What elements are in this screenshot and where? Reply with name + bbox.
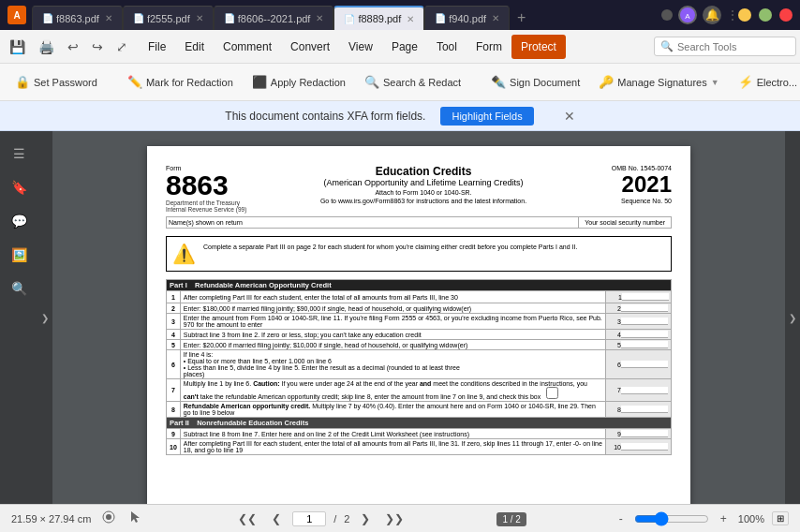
page-number-input[interactable] (292, 511, 326, 526)
menu-view[interactable]: View (339, 35, 382, 59)
row4-input[interactable] (621, 331, 668, 338)
form-number: 8863 (166, 171, 259, 200)
toolbar-btn-label: Electro... (757, 77, 797, 88)
tab-close-f2555[interactable]: ✕ (196, 13, 203, 23)
menu-file[interactable]: File (139, 35, 175, 59)
fit-page-button[interactable]: ⊞ (772, 511, 789, 525)
right-panel-expand-button[interactable]: ❯ (785, 131, 800, 504)
new-tab-button[interactable]: + (510, 6, 533, 30)
svg-marker-6 (131, 511, 140, 523)
row10-input[interactable] (621, 443, 668, 451)
tab-close-f940[interactable]: ✕ (492, 13, 499, 23)
notif-close-button[interactable]: ✕ (564, 109, 575, 124)
tab-f940[interactable]: 📄 f940.pdf ✕ (424, 6, 510, 30)
toolbar-btn-label: Mark for Redaction (146, 77, 233, 88)
table-row: 8 Refundable American opportunity credit… (167, 402, 672, 418)
status-bar: 21.59 × 27.94 cm ❮❮ ❮ / 2 ❯ ❯❯ 1 / 2 - +… (0, 504, 800, 532)
zoom-out-button[interactable]: - (615, 510, 627, 527)
left-panel-collapse-button[interactable]: ❯ (37, 131, 52, 504)
menu-tool[interactable]: Tool (427, 35, 467, 59)
omb-text: OMB No. 1545-0074 (587, 165, 672, 171)
undo-action-button[interactable]: ↩ (62, 36, 84, 58)
title-bar: A 📄 f8863.pdf ✕ 📄 f2555.pdf ✕ 📄 f8606--2… (0, 0, 800, 30)
prev-page-button[interactable]: ❮ (268, 510, 285, 527)
redo-action-button[interactable]: ↪ (86, 36, 109, 58)
save-action-button[interactable]: 💾 (4, 36, 31, 58)
row-num: 4 (167, 330, 181, 340)
row6-input[interactable] (621, 361, 668, 368)
select-tool-button[interactable] (126, 509, 145, 528)
expand-action-button[interactable]: ⤢ (111, 36, 133, 58)
tab-f8606[interactable]: 📄 f8606--2021.pdf ✕ (214, 6, 334, 30)
svg-text:A: A (13, 10, 20, 21)
document-area[interactable]: Form 8863 Department of the Treasury Int… (52, 131, 785, 504)
profile-icon[interactable]: A (678, 6, 697, 24)
tab-f8889[interactable]: 📄 f8889.pdf ✕ (333, 6, 424, 30)
row-num: 3 (167, 314, 181, 330)
set-password-button[interactable]: 🔒 Set Password (7, 71, 105, 93)
toolbar-btn-label: Sign Document (510, 77, 580, 88)
zoom-slider[interactable] (634, 511, 709, 526)
highlight-fields-button[interactable]: Highlight Fields (440, 107, 533, 126)
scroll-left-btn[interactable] (661, 9, 673, 21)
row-text: Subtract line 3 from line 2. If zero or … (180, 330, 605, 340)
menu-comment[interactable]: Comment (214, 35, 281, 59)
search-redact-button[interactable]: 🔍 Search & Redact (357, 71, 468, 93)
search-redact-icon: 🔍 (364, 75, 379, 89)
row7-checkbox[interactable] (546, 387, 558, 399)
print-action-button[interactable]: 🖨️ (33, 36, 60, 58)
menu-form[interactable]: Form (467, 35, 511, 59)
search-area: 🔍 (654, 37, 796, 56)
row7-input[interactable] (621, 387, 668, 394)
panel-menu-icon[interactable]: ☰ (4, 139, 34, 169)
electro-button[interactable]: ⚡ Electro... (731, 71, 800, 93)
tab-close-f8606[interactable]: ✕ (316, 13, 323, 23)
tab-label: f8863.pdf (56, 13, 99, 24)
panel-search-icon[interactable]: 🔍 (4, 273, 34, 303)
panel-thumbnail-icon[interactable]: 🖼️ (4, 240, 34, 270)
minimize-button[interactable] (738, 8, 751, 22)
more-options-icon[interactable]: ⋮ (727, 8, 738, 22)
sign-document-button[interactable]: ✒️ Sign Document (483, 71, 587, 93)
toolbar-btn-label: Search & Redact (383, 77, 461, 88)
search-input[interactable] (677, 41, 790, 52)
table-row: 3 Enter the amount from Form 1040 or 104… (167, 314, 672, 330)
zoom-level-text: 100% (738, 513, 764, 525)
manage-signatures-button[interactable]: 🔑 Manage Signatures ▼ (591, 71, 726, 93)
tab-icon-pdf: 📄 (42, 13, 53, 23)
last-page-button[interactable]: ❯❯ (381, 510, 407, 527)
tab-icon-pdf: 📄 (133, 13, 144, 23)
menu-edit[interactable]: Edit (175, 35, 214, 59)
row8-input[interactable] (621, 406, 668, 413)
tab-close-f8889[interactable]: ✕ (407, 14, 414, 24)
table-row: 9 Subtract line 8 from line 7. Enter her… (167, 429, 672, 439)
row5-input[interactable] (621, 341, 668, 348)
tab-f8863[interactable]: 📄 f8863.pdf ✕ (32, 6, 123, 30)
row9-input[interactable] (621, 430, 668, 437)
maximize-button[interactable] (759, 8, 772, 22)
main-area: ☰ 🔖 💬 🖼️ 🔍 ❯ Form 8863 Department of the… (0, 131, 800, 504)
close-button[interactable] (779, 8, 793, 22)
toolbar-btn-label: Set Password (34, 77, 97, 88)
menu-convert[interactable]: Convert (281, 35, 339, 59)
input-cell: 6 (606, 350, 672, 379)
menu-protect[interactable]: Protect (511, 35, 566, 59)
row1-input[interactable] (622, 293, 669, 301)
next-page-button[interactable]: ❯ (357, 510, 374, 527)
row3-input[interactable] (621, 318, 668, 325)
mark-redaction-button[interactable]: ✏️ Mark for Redaction (120, 71, 241, 93)
notification-icon[interactable]: 🔔 (703, 6, 721, 24)
caution-box: ⚠️ Complete a separate Part III on page … (166, 236, 672, 272)
apply-redaction-button[interactable]: ⬛ Apply Redaction (244, 71, 353, 93)
first-page-button[interactable]: ❮❮ (234, 510, 260, 527)
menu-page[interactable]: Page (382, 35, 427, 59)
panel-comment-icon[interactable]: 💬 (4, 206, 34, 236)
tab-close-f8863[interactable]: ✕ (105, 13, 112, 23)
tab-f2555[interactable]: 📄 f2555.pdf ✕ (123, 6, 214, 30)
panel-bookmark-icon[interactable]: 🔖 (4, 172, 34, 202)
cursor-tool-button[interactable] (98, 509, 119, 528)
zoom-in-button[interactable]: + (717, 510, 731, 527)
svg-text:A: A (685, 12, 690, 21)
row2-input[interactable] (621, 304, 668, 312)
form-title: Education Credits (267, 165, 580, 178)
